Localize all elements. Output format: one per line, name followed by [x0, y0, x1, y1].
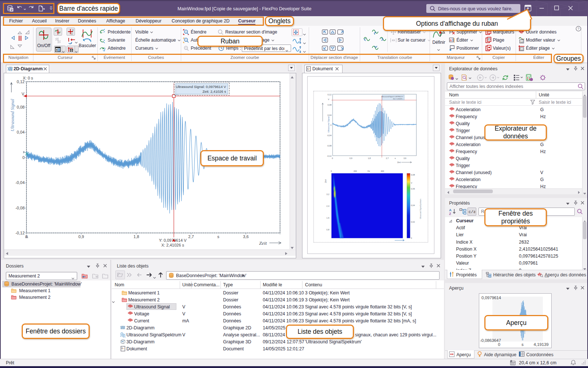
- svg-text:b: b: [452, 38, 454, 42]
- svg-text:Ultrasound Signal: 0,0979614 V: Ultrasound Signal: 0,0979614 V: [381, 96, 403, 98]
- svg-text:Hz: Hz: [368, 170, 370, 172]
- svg-text:0: 0: [331, 170, 332, 172]
- svg-text:0,9: 0,9: [78, 234, 84, 239]
- svg-text:V: V: [411, 182, 412, 184]
- svg-text:-0,08: -0,08: [15, 206, 25, 210]
- svg-text:0: 0: [411, 237, 412, 239]
- svg-text:0,08: 0,08: [327, 104, 331, 106]
- svg-text:0,12: 0,12: [327, 93, 331, 96]
- svg-text:0,8: 0,8: [326, 229, 329, 231]
- svg-text:2: 2: [72, 29, 74, 32]
- svg-text:X: 2,41026 s: X: 2,41026 s: [161, 243, 184, 247]
- svg-text:1,8: 1,8: [133, 234, 139, 239]
- svg-text:0,04: 0,04: [327, 114, 331, 116]
- svg-text:-0,12: -0,12: [15, 231, 25, 235]
- svg-text:c/a: c/a: [469, 210, 475, 214]
- svg-text:2,7: 2,7: [386, 157, 389, 159]
- svg-text:Zeit: Zeit: [325, 179, 327, 183]
- svg-text:3,2: 3,2: [326, 193, 329, 195]
- svg-text:0,08: 0,08: [17, 105, 25, 109]
- svg-text:0,04: 0,04: [411, 204, 415, 206]
- svg-text:+: +: [185, 38, 187, 42]
- svg-text:A: A: [449, 208, 452, 212]
- svg-text:2,4: 2,4: [326, 205, 329, 207]
- svg-text:1: 1: [71, 32, 73, 35]
- svg-text:0,08: 0,08: [411, 174, 415, 176]
- svg-text:0,06: 0,06: [411, 188, 415, 190]
- svg-text:0,04: 0,04: [17, 130, 25, 134]
- svg-text:0: 0: [332, 157, 333, 159]
- svg-text:a: a: [450, 38, 452, 42]
- svg-text:Zeit: Zeit: [397, 161, 401, 163]
- svg-text:X: 0 s: X: 0 s: [23, 76, 33, 80]
- svg-text:Ultrasound Signal: Ultrasound Signal: [10, 99, 15, 131]
- svg-text:Ultrasound Signal: 0,0979614 V: Ultrasound Signal: 0,0979614 V: [176, 85, 226, 89]
- svg-text:V: V: [328, 98, 329, 100]
- svg-text:3,6: 3,6: [404, 157, 406, 159]
- svg-text:Zeit: 2,41026 s: Zeit: 2,41026 s: [202, 89, 226, 93]
- svg-text:-0,12: -0,12: [327, 155, 331, 157]
- svg-text:400: 400: [381, 170, 384, 172]
- svg-text:-0,04: -0,04: [15, 180, 25, 185]
- svg-text:Zeit: Zeit: [259, 240, 267, 246]
- svg-text:Ultrasound SignalSpektrum: Ultrasound SignalSpektrum: [420, 199, 422, 219]
- svg-text:1,6: 1,6: [326, 217, 329, 219]
- svg-text:?: ?: [577, 26, 579, 31]
- svg-text:s: s: [395, 157, 396, 159]
- svg-text:-0,08: -0,08: [327, 145, 331, 147]
- svg-text:Ultrasound Signal: Ultrasound Signal: [327, 116, 330, 132]
- svg-text:2,7: 2,7: [188, 234, 194, 239]
- svg-text:0,9: 0,9: [349, 157, 352, 159]
- svg-text:3,6: 3,6: [243, 234, 248, 239]
- svg-text:+: +: [185, 30, 187, 33]
- svg-text:s: s: [217, 234, 219, 239]
- svg-text:Y: 0,0979614 V: Y: 0,0979614 V: [159, 238, 187, 243]
- svg-text:Zeit: 2,41026 s: Zeit: 2,41026 s: [393, 98, 403, 100]
- svg-text:0: 0: [22, 155, 25, 160]
- svg-text:V: V: [22, 92, 25, 96]
- svg-text:12: 12: [520, 48, 523, 51]
- svg-text:200: 200: [354, 170, 357, 172]
- svg-text:0,02: 0,02: [411, 221, 415, 223]
- svg-text:1,8: 1,8: [368, 157, 371, 159]
- svg-text:12: 12: [520, 40, 523, 43]
- svg-text:Z: Z: [449, 212, 451, 215]
- svg-text:-0,04: -0,04: [327, 134, 331, 137]
- svg-text:0: 0: [330, 124, 331, 126]
